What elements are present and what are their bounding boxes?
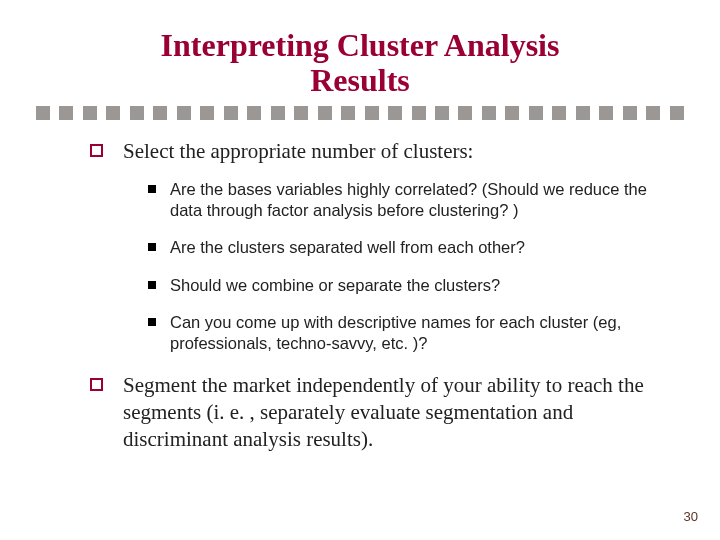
slide: Interpreting Cluster Analysis Results Se… (0, 0, 720, 540)
list-item: Select the appropriate number of cluster… (90, 138, 650, 165)
sub-bullet-text: Are the clusters separated well from eac… (170, 237, 525, 258)
filled-square-icon (148, 243, 156, 251)
sub-bullet-text: Can you come up with descriptive names f… (170, 312, 650, 354)
bullet-text: Segment the market independently of your… (123, 372, 650, 453)
divider-row (36, 106, 684, 120)
list-item: Are the bases variables highly correlate… (148, 179, 650, 221)
title-line-2: Results (310, 62, 410, 98)
list-item: Segment the market independently of your… (90, 372, 650, 453)
list-item: Can you come up with descriptive names f… (148, 312, 650, 354)
title-line-1: Interpreting Cluster Analysis (161, 27, 560, 63)
sub-bullet-text: Are the bases variables highly correlate… (170, 179, 650, 221)
list-item: Are the clusters separated well from eac… (148, 237, 650, 258)
sub-bullet-text: Should we combine or separate the cluste… (170, 275, 500, 296)
filled-square-icon (148, 281, 156, 289)
page-number: 30 (684, 509, 698, 524)
square-bullet-icon (90, 378, 103, 391)
filled-square-icon (148, 185, 156, 193)
list-item: Should we combine or separate the cluste… (148, 275, 650, 296)
sub-list: Are the bases variables highly correlate… (148, 179, 650, 354)
slide-title: Interpreting Cluster Analysis Results (0, 0, 720, 106)
filled-square-icon (148, 318, 156, 326)
bullet-text: Select the appropriate number of cluster… (123, 138, 473, 165)
square-bullet-icon (90, 144, 103, 157)
content-area: Select the appropriate number of cluster… (0, 138, 720, 452)
